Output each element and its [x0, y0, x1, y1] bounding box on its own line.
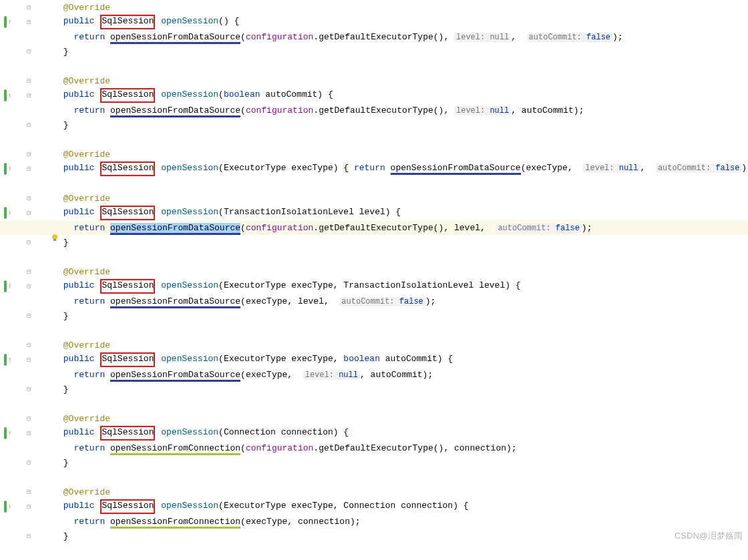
vcs-change-icon	[4, 207, 7, 219]
code-line[interactable]: ⊟ }	[0, 529, 748, 543]
blank-line	[0, 323, 748, 338]
default-exec: .getDefaultExecutorType()	[313, 32, 443, 42]
vcs-change-icon	[4, 427, 7, 439]
code-line[interactable]: ↑⊟ public SqlSession openSession(boolean…	[0, 88, 748, 103]
code-line[interactable]: ↑⊟ public SqlSession openSession(Executo…	[0, 352, 748, 367]
vcs-change-icon	[4, 280, 7, 292]
type-redbox: SqlSession	[100, 352, 155, 367]
fold-icon[interactable]: ⊟	[27, 91, 31, 99]
annotation: @Override	[63, 3, 110, 13]
fold-icon[interactable]: ⊟	[27, 503, 31, 511]
code-line[interactable]: return openSessionFromDataSource(configu…	[0, 29, 748, 44]
vcs-change-icon	[4, 354, 7, 366]
blank-line	[0, 470, 748, 485]
code-line[interactable]: ↑⊟ public SqlSession openSession(Executo…	[0, 162, 748, 176]
code-line[interactable]: ↑ ⊟ public SqlSession openSession() {	[0, 15, 748, 29]
code-line[interactable]: ↑⊟ public SqlSession openSession(Executo…	[0, 279, 748, 294]
override-up-icon[interactable]: ↑	[8, 92, 12, 99]
code-line[interactable]: ⊟ @Override	[0, 485, 748, 499]
code-line[interactable]: return openSessionFromConnection(execTyp…	[0, 514, 748, 529]
inline-hint: level: null	[303, 370, 360, 380]
code-line[interactable]: ⊟ @Override	[0, 191, 748, 206]
intention-bulb-icon[interactable]	[4, 224, 12, 232]
fold-icon[interactable]: ⊟	[27, 459, 31, 467]
fold-icon[interactable]: ⊟	[27, 47, 31, 55]
inline-hint: level: null	[583, 164, 640, 173]
annotation: @Override	[63, 76, 110, 86]
fold-icon[interactable]: ⊟	[27, 341, 31, 349]
vcs-change-icon	[4, 163, 7, 175]
inline-hint: level: null	[454, 33, 511, 42]
code-line[interactable]: ⊟ @Override	[0, 411, 748, 426]
fold-icon[interactable]: ⊟	[27, 414, 31, 423]
fold-icon[interactable]: ⊟	[27, 312, 31, 320]
keyword-public: public	[63, 16, 95, 26]
code-line[interactable]: ↑⊟ public SqlSession openSession(Transac…	[0, 206, 748, 220]
connection-call: openSessionFromConnection	[110, 517, 240, 529]
type-redbox: SqlSession	[100, 88, 155, 103]
fold-icon[interactable]: ⊟	[27, 268, 31, 276]
fold-icon[interactable]: ⊟	[27, 385, 31, 393]
fold-icon[interactable]: ⊟	[27, 121, 31, 129]
blank-line	[0, 132, 748, 147]
code-line[interactable]: ⊟ @Override	[0, 264, 748, 279]
code-line[interactable]: ⊟ @Override	[0, 73, 748, 88]
datasource-call: openSessionFromDataSource	[110, 105, 240, 117]
fold-icon[interactable]: ⊟	[27, 150, 31, 158]
gutter	[0, 224, 32, 232]
type-redbox: SqlSession	[100, 499, 155, 514]
code-line[interactable]: ⊟ }	[0, 117, 748, 132]
datasource-call: openSessionFromDataSource	[391, 163, 521, 175]
type-redbox: SqlSession	[100, 162, 155, 176]
vcs-change-icon	[4, 16, 7, 28]
code-line[interactable]: ⊟ @Override	[0, 147, 748, 162]
datasource-call: openSessionFromDataSource	[110, 223, 240, 235]
override-up-icon[interactable]: ↑	[8, 356, 12, 364]
fold-icon[interactable]: ⊟	[27, 165, 31, 173]
override-up-icon[interactable]: ↑	[8, 503, 12, 511]
code-line[interactable]: return openSessionFromDataSource(execTyp…	[0, 367, 748, 382]
code-line[interactable]: ⊟ }	[0, 44, 748, 59]
datasource-call: openSessionFromDataSource	[110, 370, 240, 382]
code-line[interactable]: ⊟ }	[0, 235, 748, 250]
code-line[interactable]: ⊟ }	[0, 382, 748, 396]
code-line[interactable]: ↑⊟ public SqlSession openSession(Executo…	[0, 499, 748, 514]
fold-icon[interactable]: ⊟	[27, 3, 31, 11]
annotation: @Override	[63, 414, 110, 424]
override-up-icon[interactable]: ↑	[8, 283, 12, 290]
blank-line	[0, 396, 748, 411]
code-line[interactable]: ⊟ @Override	[0, 0, 748, 15]
inline-hint: autoCommit: false	[656, 164, 741, 173]
vcs-change-icon	[4, 89, 7, 101]
config-ref: configuration	[246, 32, 313, 42]
code-line[interactable]: return openSessionFromDataSource(configu…	[0, 103, 748, 117]
code-line[interactable]: return openSessionFromDataSource(execTyp…	[0, 294, 748, 308]
connection-call: openSessionFromConnection	[110, 443, 240, 455]
fold-icon[interactable]: ⊟	[27, 194, 31, 202]
code-editor[interactable]: ⊟ @Override ↑ ⊟ public SqlSession openSe…	[0, 0, 748, 543]
watermark: CSDN@泪梦殇雨	[675, 530, 743, 542]
fold-icon[interactable]: ⊟	[27, 282, 31, 290]
fold-icon[interactable]: ⊟	[27, 209, 31, 217]
fold-icon[interactable]: ⊟	[27, 18, 31, 26]
override-up-icon[interactable]: ↑	[8, 19, 12, 26]
override-up-icon[interactable]: ↑	[8, 210, 12, 217]
override-up-icon[interactable]: ↑	[8, 430, 12, 437]
fold-icon[interactable]: ⊟	[27, 532, 31, 540]
fold-icon[interactable]: ⊟	[27, 429, 31, 437]
fold-icon[interactable]: ⊟	[27, 488, 31, 496]
fold-icon[interactable]: ⊟	[27, 238, 31, 246]
code-line[interactable]: ⊟ @Override	[0, 338, 748, 352]
highlighted-code-line[interactable]: return openSessionFromDataSource(configu…	[0, 220, 748, 235]
code-line[interactable]: ⊟ }	[0, 308, 748, 323]
fold-icon[interactable]: ⊟	[27, 356, 31, 364]
code-line[interactable]: ⊟ }	[0, 455, 748, 470]
text-selection: openSessionFromDataSource	[110, 223, 240, 233]
code-line[interactable]: return openSessionFromConnection(configu…	[0, 441, 748, 455]
fold-icon[interactable]: ⊟	[27, 77, 31, 85]
type-redbox: SqlSession	[100, 206, 155, 220]
code-line[interactable]: ↑⊟ public SqlSession openSession(Connect…	[0, 426, 748, 441]
inline-hint: autoCommit: false	[496, 224, 581, 233]
keyword-return: return	[73, 32, 105, 42]
override-up-icon[interactable]: ↑	[8, 166, 12, 173]
